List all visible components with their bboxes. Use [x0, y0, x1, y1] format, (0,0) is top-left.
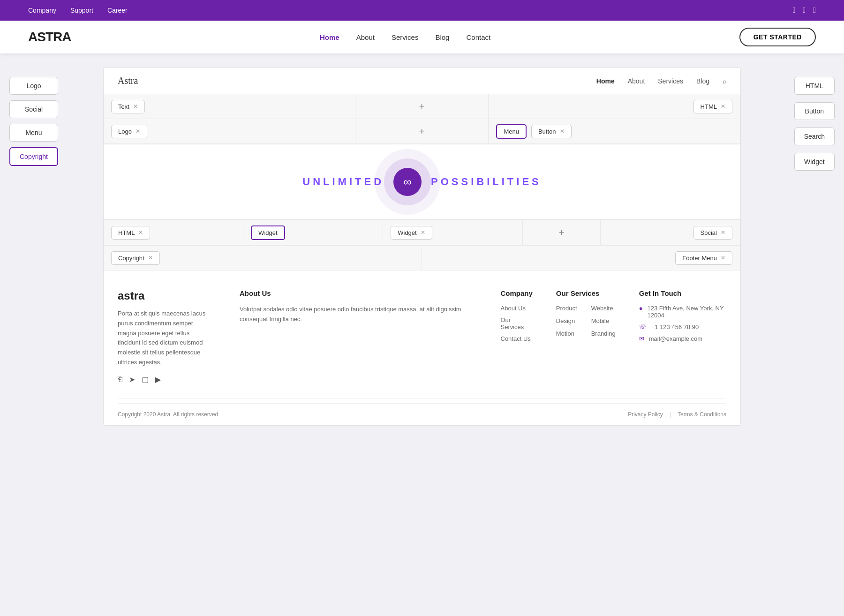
right-panel-search[interactable]: Search: [794, 128, 835, 145]
button-chip-close[interactable]: ✕: [560, 128, 565, 135]
footer-divider: |: [670, 411, 671, 418]
text-chip-close[interactable]: ✕: [133, 103, 138, 110]
button-chip-label: Button: [538, 128, 556, 135]
footer-html-label: HTML: [118, 229, 135, 236]
footer-copyright-chip[interactable]: Copyright ✕: [111, 251, 160, 265]
footer-col-about-title: About Us: [240, 289, 477, 297]
top-bar-social-icons:   : [792, 6, 816, 15]
footer-html-close[interactable]: ✕: [138, 229, 143, 236]
list-item[interactable]: Design: [556, 317, 577, 324]
nav-link-blog[interactable]: Blog: [435, 33, 449, 41]
right-panel-button[interactable]: Button: [794, 102, 835, 120]
list-item[interactable]: Branding: [591, 330, 616, 337]
panel-item-logo[interactable]: Logo: [9, 77, 58, 95]
nav-link-about[interactable]: About: [356, 33, 375, 41]
footer-widget2-close[interactable]: ✕: [421, 229, 425, 236]
footer-fb-icon[interactable]: ⎗: [118, 375, 122, 384]
footer-copyright-close[interactable]: ✕: [148, 255, 153, 261]
footer-menu-close[interactable]: ✕: [721, 255, 725, 261]
footer-top: astra Porta at sit quis maecenas lacus p…: [118, 289, 726, 398]
list-item[interactable]: Product: [556, 305, 577, 312]
get-started-button[interactable]: GET STARTED: [739, 28, 816, 46]
footer-social-close[interactable]: ✕: [721, 229, 725, 236]
editor-cell-menu-button: Menu Button ✕: [489, 119, 740, 143]
footer-menu-label: Footer Menu: [682, 255, 717, 262]
inner-nav-about[interactable]: About: [628, 77, 645, 85]
panel-item-social[interactable]: Social: [9, 100, 58, 118]
footer-editor: HTML ✕ Widget Widget ✕ +: [104, 219, 740, 270]
footer-col-about: About Us Volutpat sodales odio vitae pos…: [240, 289, 477, 384]
footer-brand-name: astra: [118, 289, 211, 302]
add-button-2[interactable]: +: [419, 126, 425, 137]
footer-social-chip[interactable]: Social ✕: [693, 226, 732, 240]
right-panel-html[interactable]: HTML: [794, 77, 835, 95]
footer-menu-chip[interactable]: Footer Menu ✕: [675, 251, 732, 265]
footer-bottom-links: Privacy Policy | Terms & Conditions: [628, 411, 726, 418]
button-chip[interactable]: Button ✕: [531, 125, 572, 138]
unlimited-right-text: POSSIBILITIES: [431, 176, 542, 188]
topbar-link-support[interactable]: Support: [70, 7, 93, 14]
footer-col-company-title: Company: [501, 289, 533, 297]
right-panel-widget[interactable]: Widget: [794, 153, 835, 171]
inner-logo: Astra: [118, 75, 138, 86]
inner-nav-blog[interactable]: Blog: [696, 77, 709, 85]
nav-link-services[interactable]: Services: [392, 33, 419, 41]
website-footer: astra Porta at sit quis maecenas lacus p…: [104, 270, 740, 425]
twitter-icon[interactable]: : [803, 6, 806, 15]
footer-widget2-chip[interactable]: Widget ✕: [391, 226, 432, 240]
topbar-link-career[interactable]: Career: [107, 7, 128, 14]
footer-copyright-text: Copyright 2020 Astra. All rights reserve…: [118, 411, 218, 418]
footer-col-services: Our Services Product Website Design Mobi…: [556, 289, 616, 384]
html-chip[interactable]: HTML ✕: [693, 100, 732, 113]
footer-tw-icon[interactable]: ➤: [129, 375, 135, 384]
footer-col-contact: Get In Touch ● 123 Fifth Ave, New York, …: [639, 289, 726, 384]
inner-nav: Astra Home About Services Blog ⌕: [104, 68, 740, 94]
main-nav: ASTRA Home About Services Blog Contact G…: [0, 21, 844, 53]
email-icon: ✉: [639, 335, 644, 342]
footer-ig-icon[interactable]: ▢: [142, 375, 149, 384]
facebook-icon[interactable]: : [792, 6, 795, 15]
footer-social-label: Social: [701, 229, 717, 236]
add-button-1[interactable]: +: [419, 101, 425, 112]
inner-nav-home[interactable]: Home: [596, 77, 615, 85]
right-panel: HTML Button Search Widget: [785, 68, 844, 180]
instagram-icon[interactable]: : [813, 6, 816, 15]
list-item[interactable]: Website: [591, 305, 616, 312]
terms-link[interactable]: Terms & Conditions: [678, 411, 726, 418]
nav-link-contact[interactable]: Contact: [466, 33, 490, 41]
footer-bottom: Copyright 2020 Astra. All rights reserve…: [118, 403, 726, 425]
footer-social-icons: ⎗ ➤ ▢ ▶: [118, 375, 211, 384]
unlimited-section: UNLIMITED ∞ POSSIBILITIES: [104, 144, 740, 219]
footer-editor-copyright: Copyright ✕: [104, 246, 422, 270]
inner-nav-services[interactable]: Services: [658, 77, 683, 85]
list-item[interactable]: Motion: [556, 330, 577, 337]
privacy-policy-link[interactable]: Privacy Policy: [628, 411, 663, 418]
logo-chip[interactable]: Logo ✕: [111, 125, 147, 138]
logo-chip-label: Logo: [118, 128, 132, 135]
header-editor: Text ✕ + HTML ✕ Logo: [104, 94, 740, 144]
footer-widget1-chip[interactable]: Widget: [251, 225, 285, 240]
footer-editor-widget1: Widget: [243, 220, 383, 245]
topbar-link-company[interactable]: Company: [28, 7, 56, 14]
nav-link-home[interactable]: Home: [320, 33, 339, 41]
editor-cell-plus-1: +: [355, 94, 489, 119]
footer-html-chip[interactable]: HTML ✕: [111, 226, 150, 240]
logo-chip-close[interactable]: ✕: [136, 128, 140, 135]
text-chip[interactable]: Text ✕: [111, 100, 145, 113]
footer-phone-text: +1 123 456 78 90: [651, 323, 699, 331]
footer-add-button[interactable]: +: [559, 227, 565, 238]
list-item[interactable]: About Us: [501, 305, 533, 312]
footer-editor-footermenu: Footer Menu ✕: [422, 246, 740, 270]
footer-editor-html: HTML ✕: [104, 220, 243, 245]
html-chip-close[interactable]: ✕: [721, 103, 725, 110]
editor-cell-text: Text ✕: [104, 94, 355, 119]
footer-columns: About Us Volutpat sodales odio vitae pos…: [240, 289, 726, 384]
panel-item-menu[interactable]: Menu: [9, 124, 58, 142]
menu-chip[interactable]: Menu: [496, 124, 527, 139]
list-item[interactable]: Our Services: [501, 316, 533, 331]
list-item[interactable]: Contact Us: [501, 335, 533, 342]
list-item[interactable]: Mobile: [591, 317, 616, 324]
footer-yt-icon[interactable]: ▶: [155, 375, 161, 384]
panel-item-copyright[interactable]: Copyright: [9, 147, 58, 166]
search-icon[interactable]: ⌕: [723, 77, 726, 85]
